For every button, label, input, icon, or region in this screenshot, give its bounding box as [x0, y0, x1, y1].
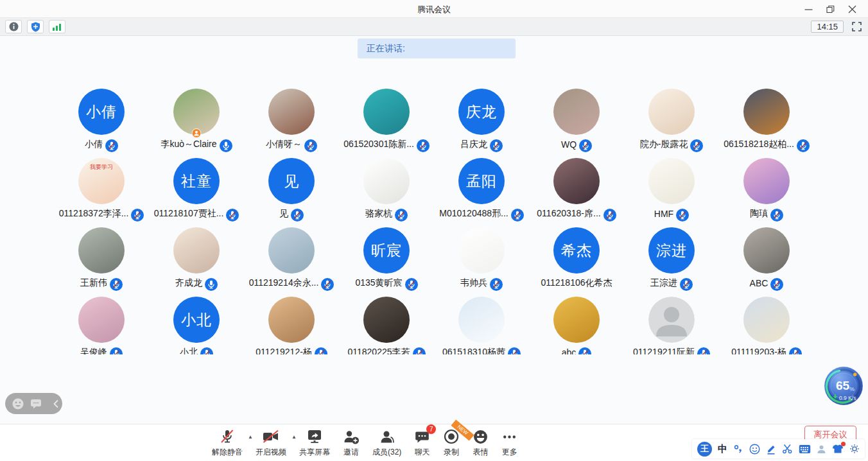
mic-muted-icon[interactable]: [789, 347, 802, 355]
mic-muted-icon[interactable]: [131, 209, 144, 222]
participant-tile[interactable]: 011620318-席...: [529, 157, 624, 226]
mic-muted-icon[interactable]: [676, 209, 689, 222]
participant-tile[interactable]: 社童 011218107贾社...: [149, 157, 244, 226]
mic-muted-icon[interactable]: [200, 347, 213, 355]
participant-tile[interactable]: 011820225李若: [339, 295, 434, 354]
participant-tile[interactable]: WQ: [529, 87, 624, 157]
chinese-mode-icon[interactable]: 中: [718, 443, 727, 455]
mic-muted-icon[interactable]: [578, 347, 591, 355]
mic-on-icon[interactable]: [220, 139, 232, 152]
mic-muted-icon[interactable]: [321, 278, 334, 291]
close-icon[interactable]: [841, 0, 863, 18]
participant-tile[interactable]: 李kuò～Claire: [149, 87, 244, 157]
scissors-icon[interactable]: [782, 444, 793, 454]
participant-tile[interactable]: 淙进 王淙进: [624, 226, 719, 295]
participant-tile[interactable]: 061518218赵柏...: [719, 87, 814, 157]
mic-muted-icon[interactable]: [110, 278, 123, 291]
participant-tile[interactable]: 061518310杨茜: [434, 295, 529, 354]
participant-tile[interactable]: HMF: [624, 157, 719, 226]
mic-muted-icon[interactable]: [797, 139, 810, 152]
toolbar-share-screen-button[interactable]: 共享屏幕: [299, 428, 330, 458]
toolbar-start-video-button[interactable]: 开启视频▲: [256, 428, 286, 458]
toolbar-share-screen-label: 共享屏幕: [299, 447, 330, 458]
toolbar-record-button[interactable]: NEW 录制: [443, 428, 460, 458]
ball-percent-sign: %: [849, 386, 855, 392]
invite-icon: [343, 428, 360, 446]
handwriting-icon[interactable]: [766, 444, 776, 455]
participant-tile[interactable]: abc: [529, 295, 624, 354]
participant-tile[interactable]: 齐成龙: [149, 226, 244, 295]
mic-muted-icon[interactable]: [315, 347, 327, 355]
participant-tile[interactable]: 011119203-杨: [719, 295, 814, 354]
pill-chat-icon[interactable]: [30, 398, 42, 410]
mic-muted-icon[interactable]: [105, 139, 118, 152]
participant-tile[interactable]: 小倩呀～: [244, 87, 339, 157]
participant-tile[interactable]: 庆龙 吕庆龙: [434, 87, 529, 157]
chevron-up-icon[interactable]: ▲: [248, 434, 253, 440]
keyboard-icon[interactable]: [799, 444, 811, 454]
participant-tile[interactable]: 011219211阮新: [624, 295, 719, 354]
mic-muted-icon[interactable]: [690, 139, 703, 152]
mic-muted-icon[interactable]: [490, 139, 503, 152]
mic-muted-icon[interactable]: [490, 278, 503, 291]
mic-on-icon[interactable]: [205, 278, 218, 291]
mic-muted-icon[interactable]: [226, 209, 239, 222]
skin-icon[interactable]: [832, 444, 844, 454]
mic-muted-icon[interactable]: [511, 209, 524, 222]
mic-muted-icon[interactable]: [603, 209, 616, 222]
participant-tile[interactable]: 陶瑱: [719, 157, 814, 226]
mic-muted-icon[interactable]: [770, 209, 783, 222]
participant-tile[interactable]: 小倩 小倩: [54, 87, 149, 157]
participant-tile[interactable]: 吴俊峰: [54, 295, 149, 354]
toolbar-chat-button[interactable]: 7 聊天: [414, 428, 430, 458]
fullscreen-button[interactable]: [850, 21, 863, 33]
settings-icon[interactable]: [849, 444, 860, 454]
toolbar-invite-button[interactable]: 邀请: [343, 428, 360, 458]
mic-muted-icon[interactable]: [304, 139, 317, 152]
toolbar-unmute-button[interactable]: 解除静音▲: [212, 428, 243, 458]
toolbar-emoji-button[interactable]: 表情: [473, 428, 489, 458]
mic-muted-icon[interactable]: [417, 139, 430, 152]
participant-tile[interactable]: 骆家杭: [339, 157, 434, 226]
participant-tile[interactable]: 我要学习 011218372李泽...: [54, 157, 149, 226]
participant-tile[interactable]: ABC: [719, 226, 814, 295]
participant-tile[interactable]: 011219214余永...: [244, 226, 339, 295]
shield-icon[interactable]: [27, 20, 44, 33]
participant-tile[interactable]: 见 见: [244, 157, 339, 226]
participant-tile[interactable]: 011219212-杨: [244, 295, 339, 354]
pill-smiley-icon[interactable]: [12, 397, 24, 410]
participant-tile[interactable]: 孟阳 M010120488邢...: [434, 157, 529, 226]
ime-logo-icon[interactable]: 王: [697, 442, 712, 457]
toolbar-more-button[interactable]: 更多: [501, 428, 517, 458]
restore-icon[interactable]: [819, 0, 841, 18]
chevron-up-icon[interactable]: ▲: [291, 434, 297, 440]
mic-muted-icon[interactable]: [405, 278, 418, 291]
participant-tile[interactable]: 小北 小北: [149, 295, 244, 354]
ime-user-icon[interactable]: [817, 444, 826, 454]
mic-muted-icon[interactable]: [291, 209, 304, 222]
mic-muted-icon[interactable]: [770, 278, 783, 291]
mic-muted-icon[interactable]: [110, 347, 123, 355]
participant-tile[interactable]: 昕宸 0135黄昕宸: [339, 226, 434, 295]
network-speed-ball[interactable]: 65 % 0.9 K/s: [824, 366, 864, 406]
signal-icon[interactable]: [49, 20, 65, 33]
mic-muted-icon[interactable]: [508, 347, 521, 355]
participant-tile[interactable]: 院办-殷露花: [624, 87, 719, 157]
mic-muted-icon[interactable]: [413, 347, 426, 355]
participant-tile[interactable]: 韦帅兵: [434, 226, 529, 295]
reaction-pill[interactable]: [5, 393, 62, 414]
participant-tile[interactable]: 061520301陈新...: [339, 87, 434, 157]
ime-emoji-icon[interactable]: [749, 444, 760, 455]
mic-muted-icon[interactable]: [579, 139, 592, 152]
info-icon[interactable]: [5, 20, 22, 33]
punctuation-icon[interactable]: [733, 444, 743, 454]
participant-tile[interactable]: 希杰 011218106化希杰: [529, 226, 624, 295]
mic-muted-icon[interactable]: [395, 209, 408, 222]
toolbar-members-button[interactable]: 成员(32): [372, 428, 401, 458]
participant-name-line: 小倩呀～: [266, 138, 317, 151]
participant-tile[interactable]: 王新伟: [54, 226, 149, 295]
mic-muted-icon[interactable]: [697, 347, 710, 355]
minimize-icon[interactable]: [797, 0, 819, 18]
mic-muted-icon[interactable]: [680, 278, 693, 291]
chevron-left-icon[interactable]: [53, 399, 59, 408]
